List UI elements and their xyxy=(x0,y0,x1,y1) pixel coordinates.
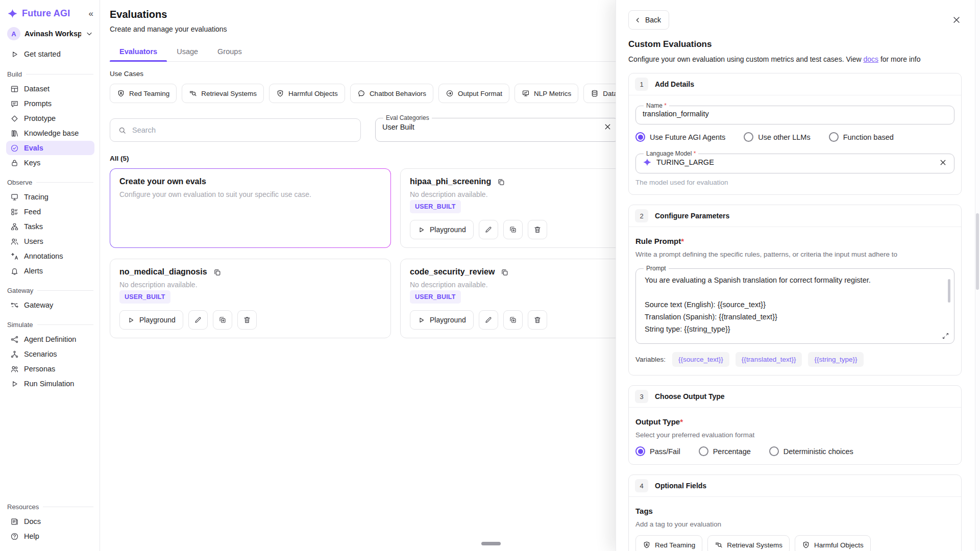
copy-icon[interactable] xyxy=(497,178,505,186)
sidebar-item-dataset[interactable]: Dataset xyxy=(6,82,94,96)
panel-scrollbar-thumb[interactable] xyxy=(976,213,979,290)
sidebar-item-label: Prototype xyxy=(24,114,56,122)
use-case-chip-nlp-metrics[interactable]: NLP Metrics xyxy=(514,84,578,103)
sidebar-item-help[interactable]: Help xyxy=(6,529,94,543)
sidebar-item-label: Get started xyxy=(24,50,61,58)
search-input[interactable] xyxy=(132,126,353,134)
retrieval-icon xyxy=(715,541,723,549)
sidebar-item-annotations[interactable]: Annotations xyxy=(6,249,94,263)
variable-chip-source-text[interactable]: {{source_text}} xyxy=(672,352,729,367)
users-icon xyxy=(10,237,19,246)
use-case-chip-output-format[interactable]: Output Format xyxy=(438,84,509,103)
collapse-sidebar-icon[interactable]: « xyxy=(89,9,93,18)
harmful-icon xyxy=(276,89,284,97)
sidebar-item-knowledge-base[interactable]: Knowledge base xyxy=(6,126,94,140)
use-case-chip-chatbot-behaviors[interactable]: Chatbot Behaviors xyxy=(350,84,433,103)
dataset-icon xyxy=(10,85,19,93)
sidebar-item-label: Docs xyxy=(24,517,41,525)
create-eval-card[interactable]: Create your own evals Configure your own… xyxy=(110,168,391,248)
radio-output-percentage[interactable]: Percentage xyxy=(699,446,751,456)
edit-button[interactable] xyxy=(479,310,498,330)
use-case-chip-retrieval-systems[interactable]: Retrieval Systems xyxy=(182,84,264,103)
edit-button[interactable] xyxy=(188,310,208,330)
eval-categories-label: Eval Categories xyxy=(383,114,432,121)
sidebar-item-keys[interactable]: Keys xyxy=(6,156,94,170)
sidebar-item-tracing[interactable]: Tracing xyxy=(6,190,94,204)
radio-agent-use-future-agi-agents[interactable]: Use Future AGI Agents xyxy=(635,132,725,142)
sidebar-item-gateway[interactable]: Gateway xyxy=(6,298,94,312)
edit-button[interactable] xyxy=(479,220,498,239)
tab-usage[interactable]: Usage xyxy=(167,42,208,61)
eval-categories-select[interactable]: Eval Categories User Built xyxy=(375,114,619,142)
sidebar-item-agent-definition[interactable]: Agent Definition xyxy=(6,332,94,346)
delete-button[interactable] xyxy=(237,310,257,330)
sidebar-item-feed[interactable]: Feed xyxy=(6,205,94,219)
sidebar-item-run-simulation[interactable]: Run Simulation xyxy=(6,377,94,391)
tab-evaluators[interactable]: Evaluators xyxy=(110,42,167,61)
sidebar-item-prompts[interactable]: Prompts xyxy=(6,96,94,111)
tag-chip-harmful-objects[interactable]: Harmful Objects xyxy=(795,535,871,551)
sidebar-item-scenarios[interactable]: Scenarios xyxy=(6,347,94,361)
tab-groups[interactable]: Groups xyxy=(208,42,252,61)
sidebar-item-prototype[interactable]: Prototype xyxy=(6,111,94,126)
horizontal-scrollbar[interactable] xyxy=(481,542,501,545)
prompt-scrollbar[interactable] xyxy=(948,279,950,303)
radio-agent-function-based[interactable]: Function based xyxy=(829,132,894,142)
expand-icon[interactable] xyxy=(942,332,949,340)
output-type-radio-group: Pass/FailPercentageDeterministic choices xyxy=(635,446,954,456)
variable-chip-translated-text[interactable]: {{translated_text}} xyxy=(736,352,802,367)
search-input-wrap xyxy=(110,118,361,142)
duplicate-icon xyxy=(509,226,517,234)
duplicate-button[interactable] xyxy=(503,310,523,330)
use-case-chip-red-teaming[interactable]: Red Teaming xyxy=(110,84,177,103)
language-model-field[interactable]: Language Model * TURING_LARGE xyxy=(635,150,954,173)
sidebar-item-get-started[interactable]: Get started xyxy=(6,47,94,61)
panel-description: Configure your own evaluation using cust… xyxy=(628,55,962,63)
copy-icon[interactable] xyxy=(213,268,222,277)
playground-button[interactable]: Playground xyxy=(410,310,474,330)
sidebar-item-label: Tasks xyxy=(24,222,43,231)
sidebar-item-personas[interactable]: Personas xyxy=(6,362,94,376)
playground-button[interactable]: Playground xyxy=(410,220,474,239)
sidebar-item-evals[interactable]: Evals xyxy=(6,141,94,155)
sidebar-item-tasks[interactable]: Tasks xyxy=(6,219,94,234)
use-case-chip-harmful-objects[interactable]: Harmful Objects xyxy=(269,84,345,103)
delete-button[interactable] xyxy=(528,220,547,239)
clear-icon[interactable] xyxy=(603,122,612,131)
sidebar-item-label: Dataset xyxy=(24,85,50,93)
sidebar-item-alerts[interactable]: Alerts xyxy=(6,264,94,278)
radio-icon xyxy=(635,132,645,142)
output-type-label: Output Type* xyxy=(635,417,954,426)
section-number: 4 xyxy=(635,479,648,492)
chevron-down-icon xyxy=(85,30,93,38)
clear-model-icon[interactable] xyxy=(939,158,947,167)
sidebar-section-label-observe: Observe xyxy=(7,179,93,186)
delete-button[interactable] xyxy=(528,310,547,330)
sidebar-item-docs[interactable]: Docs xyxy=(6,514,94,529)
tag-chip-row: Red TeamingRetrieval SystemsHarmful Obje… xyxy=(635,535,954,551)
status-badge: USER_BUILT xyxy=(410,290,461,304)
close-icon[interactable] xyxy=(951,15,962,25)
radio-output-pass-fail[interactable]: Pass/Fail xyxy=(635,446,680,456)
tag-chip-retrieval-systems[interactable]: Retrieval Systems xyxy=(707,535,790,551)
docs-link[interactable]: docs xyxy=(863,55,878,63)
chatbot-icon xyxy=(357,89,365,97)
radio-agent-use-other-llms[interactable]: Use other LLMs xyxy=(744,132,810,142)
section-number: 1 xyxy=(635,78,648,91)
playground-button[interactable]: Playground xyxy=(119,310,183,330)
radio-output-deterministic-choices[interactable]: Deterministic choices xyxy=(769,446,853,456)
section-optional-fields: 4 Optional Fields Tags Add a tag to your… xyxy=(628,474,962,551)
copy-icon[interactable] xyxy=(500,268,509,277)
sidebar-item-label: Evals xyxy=(24,144,43,152)
back-button[interactable]: Back xyxy=(628,10,669,30)
sidebar-item-label: Personas xyxy=(24,365,55,373)
workspace-switcher[interactable]: A Avinash Worksp... xyxy=(6,25,94,42)
name-input[interactable] xyxy=(643,109,947,120)
duplicate-button[interactable] xyxy=(213,310,232,330)
tag-chip-red-teaming[interactable]: Red Teaming xyxy=(635,535,702,551)
prompt-textarea[interactable]: You are evaluating a Spanish translation… xyxy=(643,272,947,339)
duplicate-button[interactable] xyxy=(503,220,523,239)
sidebar-item-users[interactable]: Users xyxy=(6,234,94,248)
sidebar-item-label: Gateway xyxy=(24,301,53,309)
variable-chip-string-type[interactable]: {{string_type}} xyxy=(808,352,863,367)
